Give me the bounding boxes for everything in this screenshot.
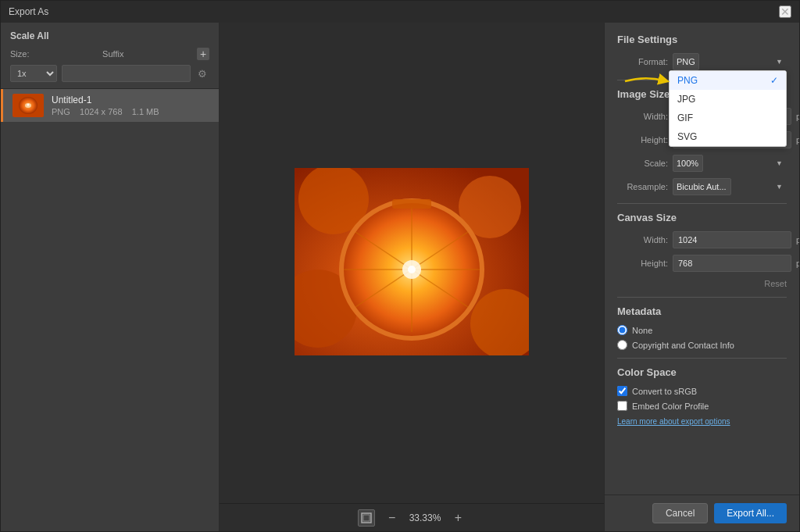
export-as-window: Export As ✕ Scale All Size: Suffix + 1x … xyxy=(0,0,800,532)
file-list: Untitled-1 PNG 1024 x 768 1.1 MB xyxy=(1,89,219,531)
width-unit: px xyxy=(796,112,799,121)
zoom-out-button[interactable]: − xyxy=(384,510,400,526)
format-select[interactable]: PNG JPG GIF SVG xyxy=(673,53,699,70)
close-button[interactable]: ✕ xyxy=(779,5,791,18)
resample-row: Resample: Bicubic Aut... Bicubic Bilinea… xyxy=(617,178,787,195)
fit-to-screen-button[interactable] xyxy=(358,509,375,527)
preview-image xyxy=(295,168,529,355)
divider-2 xyxy=(617,203,787,204)
title-bar: Export As ✕ xyxy=(1,1,799,23)
format-option-gif[interactable]: GIF xyxy=(670,109,786,127)
metadata-none-radio[interactable] xyxy=(617,325,627,335)
format-option-png[interactable]: PNG ✓ xyxy=(670,71,786,90)
resample-dropdown[interactable]: Bicubic Aut... Bicubic Bilinear xyxy=(673,178,731,195)
height-unit: px xyxy=(796,135,799,145)
metadata-title: Metadata xyxy=(617,305,787,317)
scale-dropdown-wrapper: 100% 50% 200% ▼ xyxy=(673,155,787,172)
gear-button[interactable]: ⚙ xyxy=(195,66,209,80)
file-thumbnail xyxy=(12,94,44,117)
file-size: 1.1 MB xyxy=(132,107,159,116)
height-label: Height: xyxy=(617,135,668,145)
bottom-actions: Cancel Export All... xyxy=(604,495,799,531)
embed-color-row: Embed Color Profile xyxy=(617,401,787,411)
svg-point-16 xyxy=(408,266,416,273)
scale-field-label: Scale: xyxy=(617,159,668,168)
metadata-copyright-row: Copyright and Contact Info xyxy=(617,340,787,350)
svg-rect-18 xyxy=(392,199,431,209)
suffix-label: Suffix xyxy=(102,49,123,59)
scale-all-section: Scale All Size: Suffix + 1x 2x 3x ⚙ xyxy=(1,23,219,89)
zoom-level: 33.33% xyxy=(409,512,441,523)
format-row: Format: PNG JPG GIF SVG ▼ xyxy=(617,53,787,70)
file-settings-title: File Settings xyxy=(617,34,787,45)
metadata-none-label: None xyxy=(632,326,652,335)
cancel-button[interactable]: Cancel xyxy=(652,503,708,523)
reset-button[interactable]: Reset xyxy=(764,279,787,288)
zoom-bar: − 33.33% + xyxy=(220,503,604,531)
svg-point-3 xyxy=(27,104,30,106)
embed-color-label: Embed Color Profile xyxy=(632,402,709,411)
export-all-button[interactable]: Export All... xyxy=(714,503,787,523)
canvas-area xyxy=(220,23,604,503)
convert-srgb-checkbox[interactable] xyxy=(617,386,627,396)
scale-dropdown[interactable]: 100% 50% 200% xyxy=(673,155,703,172)
canvas-width-row: Width: px xyxy=(617,231,787,248)
metadata-copyright-label: Copyright and Contact Info xyxy=(632,341,734,350)
format-dropdown-open: PNG ✓ JPG GIF SVG xyxy=(669,70,787,147)
format-dropdown-arrow: ▼ xyxy=(776,58,783,66)
divider-4 xyxy=(617,358,787,359)
add-scale-button[interactable]: + xyxy=(197,48,209,60)
svg-rect-20 xyxy=(363,515,370,521)
scale-input-row: 1x 2x 3x ⚙ xyxy=(10,65,209,82)
canvas-width-input[interactable] xyxy=(673,231,791,248)
right-panel-inner: File Settings Format: PNG JPG GIF SVG xyxy=(605,23,799,477)
resample-label: Resample: xyxy=(617,182,668,191)
file-info: Untitled-1 PNG 1024 x 768 1.1 MB xyxy=(52,95,209,116)
file-dimensions: 1024 x 768 xyxy=(80,107,122,116)
scale-select[interactable]: 1x 2x 3x xyxy=(10,65,57,82)
format-dropdown-wrapper: PNG JPG GIF SVG ▼ xyxy=(673,53,787,70)
left-panel: Scale All Size: Suffix + 1x 2x 3x ⚙ xyxy=(1,23,220,531)
canvas-height-input[interactable] xyxy=(673,255,791,272)
convert-srgb-label: Convert to sRGB xyxy=(632,387,697,396)
divider-3 xyxy=(617,297,787,298)
scale-all-title: Scale All xyxy=(10,30,209,41)
format-option-svg[interactable]: SVG xyxy=(670,127,786,146)
color-space-title: Color Space xyxy=(617,366,787,378)
canvas-height-label: Height: xyxy=(617,259,668,268)
metadata-copyright-radio[interactable] xyxy=(617,340,627,350)
metadata-none-row: None xyxy=(617,325,787,335)
canvas-width-unit: px xyxy=(796,235,799,245)
zoom-in-button[interactable]: + xyxy=(450,510,466,526)
format-label: Format: xyxy=(617,57,668,66)
suffix-input[interactable] xyxy=(62,65,191,82)
main-content: Scale All Size: Suffix + 1x 2x 3x ⚙ xyxy=(1,23,799,531)
format-section: Format: PNG JPG GIF SVG ▼ xyxy=(617,53,787,70)
image-container xyxy=(295,168,529,358)
scale-row: Scale: 100% 50% 200% ▼ xyxy=(617,155,787,172)
convert-srgb-row: Convert to sRGB xyxy=(617,386,787,396)
size-label: Size: xyxy=(10,49,29,59)
format-option-jpg[interactable]: JPG xyxy=(670,90,786,109)
canvas-height-row: Height: px xyxy=(617,255,787,272)
file-meta: PNG 1024 x 768 1.1 MB xyxy=(52,107,209,116)
file-item[interactable]: Untitled-1 PNG 1024 x 768 1.1 MB xyxy=(1,89,219,122)
resample-arrow: ▼ xyxy=(776,183,783,191)
canvas-width-label: Width: xyxy=(617,235,668,245)
resample-dropdown-wrapper: Bicubic Aut... Bicubic Bilinear ▼ xyxy=(673,178,787,195)
embed-color-checkbox[interactable] xyxy=(617,401,627,411)
window-title: Export As xyxy=(9,6,48,17)
file-name: Untitled-1 xyxy=(52,95,209,105)
center-panel: − 33.33% + xyxy=(220,23,604,531)
size-suffix-row: Size: Suffix + xyxy=(10,48,209,60)
learn-more-link[interactable]: Learn more about export options xyxy=(617,417,730,426)
right-panel: File Settings Format: PNG JPG GIF SVG xyxy=(604,23,799,531)
scale-arrow: ▼ xyxy=(776,159,783,167)
canvas-size-title: Canvas Size xyxy=(617,212,787,223)
canvas-height-unit: px xyxy=(796,259,799,268)
arrow-annotation xyxy=(621,73,668,90)
file-format: PNG xyxy=(52,107,70,116)
width-label: Width: xyxy=(617,112,668,121)
